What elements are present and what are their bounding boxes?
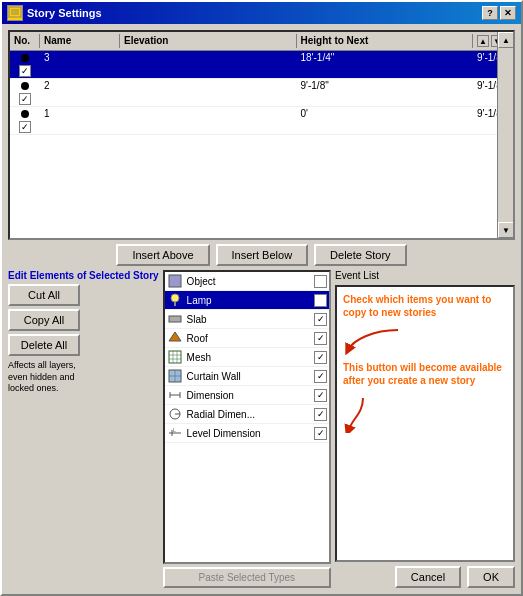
list-item[interactable]: Lamp	[165, 291, 329, 310]
copy-all-button[interactable]: Copy All	[8, 309, 80, 331]
list-item[interactable]: Object	[165, 272, 329, 291]
no-cell: 1	[40, 107, 120, 120]
item-checkbox[interactable]	[314, 408, 327, 421]
list-item[interactable]: Roof	[165, 329, 329, 348]
scroll-up-btn[interactable]: ▲	[498, 32, 514, 48]
svg-point-5	[171, 294, 179, 302]
action-buttons: Insert Above Insert Below Delete Story	[8, 244, 515, 266]
check-cell[interactable]	[10, 120, 40, 134]
object-icon	[167, 273, 183, 289]
svg-rect-9	[169, 351, 181, 363]
item-checkbox[interactable]	[314, 427, 327, 440]
item-label: Dimension	[187, 390, 310, 401]
row-checkbox[interactable]	[19, 121, 31, 133]
item-label: Level Dimension	[187, 428, 310, 439]
item-checkbox[interactable]	[314, 275, 327, 288]
close-button[interactable]: ✕	[500, 6, 516, 20]
list-item[interactable]: Curtain Wall	[165, 367, 329, 386]
table-scrollbar: ▲ ▼	[497, 32, 513, 238]
left-panel: Edit Elements of Selected Story Cut All …	[8, 270, 159, 588]
item-label: Mesh	[187, 352, 310, 363]
ok-button[interactable]: OK	[467, 566, 515, 588]
col-height: Height to Next	[297, 34, 474, 48]
right-panel: Event List Check which items you want to…	[335, 270, 515, 588]
svg-rect-6	[174, 302, 176, 306]
delete-all-button[interactable]: Delete All	[8, 334, 80, 356]
item-label: Radial Dimen...	[187, 409, 310, 420]
help-button[interactable]: ?	[482, 6, 498, 20]
insert-below-button[interactable]: Insert Below	[216, 244, 309, 266]
bottom-section: Edit Elements of Selected Story Cut All …	[8, 270, 515, 588]
name-cell	[120, 113, 297, 115]
level-dimension-icon: L	[167, 425, 183, 441]
title-controls: ? ✕	[482, 6, 516, 20]
lamp-icon	[167, 292, 183, 308]
event-list-box: Check which items you want to copy to ne…	[335, 285, 515, 562]
list-item[interactable]: Dimension	[165, 386, 329, 405]
left-note: Affects all layers, even hidden and lock…	[8, 360, 80, 395]
bullet-cell	[10, 53, 40, 63]
list-item[interactable]: Slab	[165, 310, 329, 329]
title-bar-left: Story Settings	[7, 5, 102, 21]
svg-rect-4	[169, 275, 181, 287]
table-row[interactable]: 1 0' 9'-1/8"	[10, 107, 513, 135]
list-item[interactable]: Mesh	[165, 348, 329, 367]
mesh-icon	[167, 349, 183, 365]
list-item[interactable]: Radial Dimen...	[165, 405, 329, 424]
window-icon	[7, 5, 23, 21]
no-cell: 2	[40, 79, 120, 92]
svg-rect-7	[169, 316, 181, 322]
item-label: Lamp	[187, 295, 310, 306]
name-cell	[120, 57, 297, 59]
svg-text:L: L	[173, 427, 176, 433]
elevation-cell: 18'-1/4"	[297, 51, 474, 64]
item-checkbox[interactable]	[314, 351, 327, 364]
row-checkbox[interactable]	[19, 65, 31, 77]
name-cell	[120, 85, 297, 87]
col-elevation: Elevation	[120, 34, 297, 48]
item-checkbox[interactable]	[314, 294, 327, 307]
item-label: Slab	[187, 314, 310, 325]
delete-story-button[interactable]: Delete Story	[314, 244, 407, 266]
item-checkbox[interactable]	[314, 370, 327, 383]
scroll-down-btn[interactable]: ▼	[498, 222, 514, 238]
item-checkbox[interactable]	[314, 389, 327, 402]
slab-icon	[167, 311, 183, 327]
title-bar: Story Settings ? ✕	[2, 2, 521, 24]
arrow-left-icon	[343, 325, 403, 355]
item-label: Roof	[187, 333, 310, 344]
table-row[interactable]: 3 18'-1/4" 9'-1/8"	[10, 51, 513, 79]
cut-all-button[interactable]: Cut All	[8, 284, 80, 306]
svg-marker-8	[169, 332, 181, 341]
story-table: No. Name Elevation Height to Next ▲ ▼ 3 …	[8, 30, 515, 240]
check-cell[interactable]	[10, 64, 40, 78]
check-cell[interactable]	[10, 92, 40, 106]
item-checkbox[interactable]	[314, 332, 327, 345]
scroll-track	[498, 48, 513, 222]
event-list-label: Event List	[335, 270, 515, 281]
item-checkbox[interactable]	[314, 313, 327, 326]
elevation-cell: 9'-1/8"	[297, 79, 474, 92]
curtain-wall-icon	[167, 368, 183, 384]
bottom-buttons: Cancel OK	[335, 566, 515, 588]
annotation-check: Check which items you want to copy to ne…	[343, 293, 507, 319]
col-name: Name	[40, 34, 120, 48]
paste-selected-types-button[interactable]: Paste Selected Types	[163, 567, 331, 588]
bullet-cell	[10, 109, 40, 119]
radial-dimension-icon	[167, 406, 183, 422]
table-row[interactable]: 2 9'-1/8" 9'-1/8"	[10, 79, 513, 107]
sort-up-icon[interactable]: ▲	[477, 35, 489, 47]
row-checkbox[interactable]	[19, 93, 31, 105]
middle-panel: Object Lamp	[163, 270, 331, 588]
roof-icon	[167, 330, 183, 346]
list-item[interactable]: L Level Dimension	[165, 424, 329, 443]
story-settings-window: Story Settings ? ✕ No. Name Elevation He…	[0, 0, 523, 596]
content-area: No. Name Elevation Height to Next ▲ ▼ 3 …	[2, 24, 521, 594]
item-label: Curtain Wall	[187, 371, 310, 382]
cancel-button[interactable]: Cancel	[395, 566, 461, 588]
left-panel-title: Edit Elements of Selected Story	[8, 270, 159, 281]
table-header: No. Name Elevation Height to Next ▲ ▼	[10, 32, 513, 51]
col-no: No.	[10, 34, 40, 48]
insert-above-button[interactable]: Insert Above	[116, 244, 209, 266]
elements-list: Object Lamp	[163, 270, 331, 564]
